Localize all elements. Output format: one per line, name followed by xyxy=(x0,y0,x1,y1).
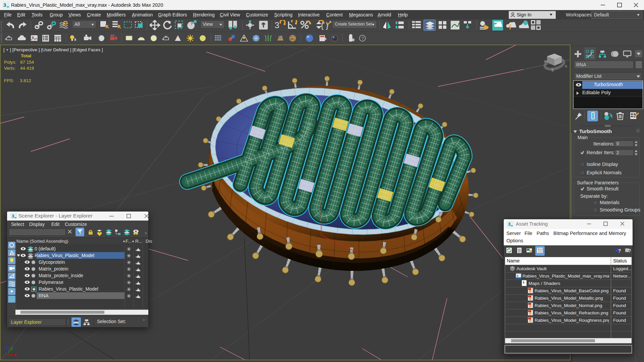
svg-text:?: ? xyxy=(628,248,631,253)
svg-text:?: ? xyxy=(618,248,621,253)
svg-text:z: z xyxy=(6,345,8,350)
svg-text:3: 3 xyxy=(12,214,14,219)
svg-text:HF: HF xyxy=(279,35,283,39)
svg-text:3: 3 xyxy=(508,222,510,227)
svg-text:{ }: { } xyxy=(321,21,329,30)
svg-text:x: x xyxy=(356,250,359,255)
svg-text:3: 3 xyxy=(3,2,6,8)
svg-text:3: 3 xyxy=(275,20,279,30)
svg-text:E: E xyxy=(565,65,567,68)
svg-text:0x: 0x xyxy=(291,37,293,40)
svg-text:y: y xyxy=(10,346,13,351)
svg-text:?: ? xyxy=(361,36,364,41)
svg-text:S: S xyxy=(551,68,554,72)
svg-text:3: 3 xyxy=(516,274,518,278)
svg-text:W: W xyxy=(544,60,547,63)
svg-text:x: x xyxy=(14,352,17,357)
